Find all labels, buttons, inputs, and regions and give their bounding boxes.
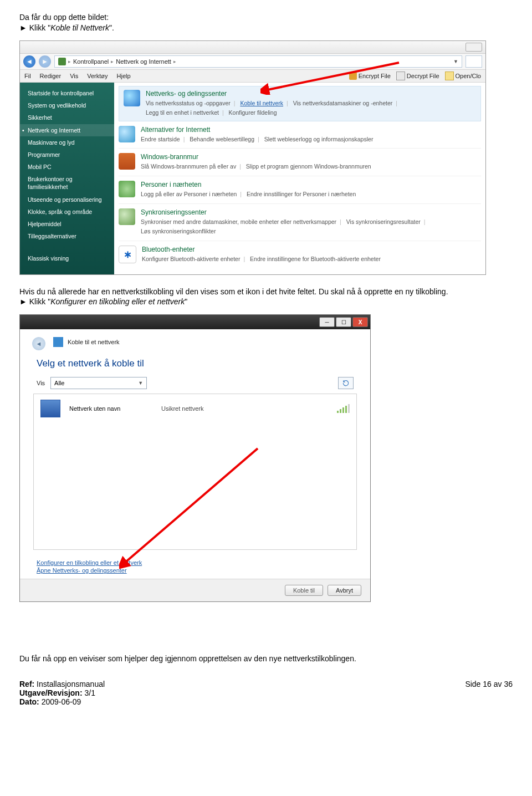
folder-icon [445, 72, 454, 80]
connect-button[interactable]: Koble til [285, 585, 323, 596]
sidebar-item-users[interactable]: Brukerkontoer og familiesikkerhet [20, 173, 114, 193]
sidebar-item-hardware[interactable]: Maskinvare og lyd [20, 136, 114, 149]
wizard-title: Koble til et nettverk [68, 339, 120, 345]
firewall-title[interactable]: Windows-brannmur [141, 153, 481, 161]
screenshot-control-panel: ◄ ► ▸ Kontrollpanel ▸ Nettverk og Intern… [19, 40, 513, 275]
main-content: Nettverks- og delingssenter Vis nettverk… [114, 83, 485, 274]
maximize-button[interactable]: ☐ [336, 317, 351, 327]
control-panel-window: ◄ ► ▸ Kontrollpanel ▸ Nettverk og Intern… [19, 40, 486, 275]
middle-text: Hvis du nå allerede har en nettverkstilk… [19, 287, 513, 306]
network-icon [40, 400, 60, 417]
sidebar-item-additional[interactable]: Tilleggsalternativer [20, 230, 114, 242]
network-center-title[interactable]: Nettverks- og delingssenter [146, 90, 476, 98]
window-titlebar [20, 41, 485, 54]
people-icon [119, 181, 135, 197]
sync-icon [119, 208, 135, 225]
sidebar-item-system[interactable]: System og vedlikehold [20, 99, 114, 111]
open-button[interactable]: Open/Clo [445, 72, 481, 80]
filter-label: Vis [37, 380, 45, 386]
sidebar-item-classic[interactable]: Klassisk visning [20, 252, 114, 264]
forward-button[interactable]: ► [39, 55, 51, 68]
address-bar: ◄ ► ▸ Kontrollpanel ▸ Nettverk og Intern… [20, 54, 485, 70]
refresh-icon [342, 379, 350, 387]
intro-line-1: Da får du opp dette bildet: [19, 13, 513, 22]
sidebar-item-programs[interactable]: Programmer [20, 149, 114, 161]
internet-options-icon [119, 126, 135, 142]
screenshot-wizard: ─ ☐ X ◄ Koble til et nettverk Velg et ne… [19, 314, 513, 602]
internet-options-title[interactable]: Alternativer for Internett [141, 126, 481, 134]
network-list: Nettverk uten navn Usikret nettverk [33, 394, 357, 550]
refresh-button[interactable] [466, 55, 482, 68]
mid-p1: Hvis du nå allerede har en nettverkstilk… [19, 287, 513, 296]
back-button[interactable]: ◄ [23, 55, 35, 68]
sidebar-item-clock[interactable]: Klokke, språk og område [20, 206, 114, 218]
chevron-down-icon: ▼ [138, 380, 143, 386]
sidebar-item-mobilepc[interactable]: Mobil PC [20, 161, 114, 173]
link-add-device[interactable]: Legg til en enhet i nettverket [146, 109, 219, 116]
menu-view[interactable]: Vis [70, 73, 78, 79]
cp-icon [58, 58, 66, 65]
sidebar: Startside for kontrollpanel System og ve… [20, 83, 114, 274]
menu-tools[interactable]: Verktøy [87, 73, 108, 79]
page-number: Side 16 av 36 [465, 680, 513, 688]
filter-select[interactable]: Alle ▼ [50, 377, 147, 389]
bluetooth-icon: ∗ [119, 246, 136, 263]
link-filesharing[interactable]: Konfigurer fildeling [229, 109, 277, 116]
doc-icon [396, 72, 405, 80]
sidebar-item-network[interactable]: Nettverk og Internett [20, 124, 114, 136]
sync-title[interactable]: Synkroniseringssenter [141, 208, 481, 216]
cancel-button[interactable]: Avbryt [328, 585, 361, 596]
intro-text: Da får du opp dette bildet: ► Klikk "Kob… [19, 13, 513, 32]
menu-edit[interactable]: Rediger [40, 73, 62, 79]
intro-line-2: ► Klikk "Koble til Nettverk". [19, 23, 513, 32]
menu-help[interactable]: Hjelp [117, 73, 131, 79]
sidebar-item-ease[interactable]: Hjelpemiddel [20, 218, 114, 230]
network-center-icon [124, 90, 140, 106]
mid-p2: ► Klikk "Konfigurer en tilkobling eller … [19, 297, 513, 306]
sidebar-item-security[interactable]: Sikkerhet [20, 111, 114, 124]
network-item[interactable]: Nettverk uten navn Usikret nettverk [40, 400, 350, 417]
menu-file[interactable]: Fil [24, 73, 31, 79]
wizard-back-button[interactable]: ◄ [32, 337, 45, 350]
network-name: Nettverk uten navn [69, 405, 152, 412]
lock-icon [349, 72, 357, 80]
link-configure-connection[interactable]: Konfigurer en tilkobling eller et nettve… [37, 559, 354, 567]
decrypt-button[interactable]: Decrypt File [396, 72, 439, 80]
wizard-titlebar: ─ ☐ X [20, 315, 370, 329]
sidebar-item-appearance[interactable]: Utseende og personalisering [20, 193, 114, 206]
refresh-button[interactable] [338, 377, 354, 389]
firewall-icon [119, 153, 135, 170]
link-status[interactable]: Vis nettverksstatus og -oppgaver [146, 100, 231, 106]
close-button[interactable]: X [352, 317, 368, 327]
sidebar-item-home[interactable]: Startside for kontrollpanel [20, 87, 114, 99]
wizard-icon [53, 337, 63, 347]
wizard-window: ─ ☐ X ◄ Koble til et nettverk Velg et ne… [19, 314, 371, 602]
bluetooth-title[interactable]: Bluetooth-enheter [142, 246, 481, 253]
page-footer: Side 16 av 36 Ref: Installasjonsmanual U… [19, 680, 513, 706]
wizard-heading: Velg et nettverk å koble til [20, 354, 370, 375]
minimize-button[interactable]: ─ [319, 317, 335, 327]
link-connect-network[interactable]: Koble til nettverk [240, 100, 283, 106]
menu-bar: Fil Rediger Vis Verktøy Hjelp Encrypt Fi… [20, 70, 485, 83]
network-desc: Usikret nettverk [161, 405, 203, 412]
link-open-sharing-center[interactable]: Åpne Nettverks- og delingssenter [37, 567, 354, 574]
people-title[interactable]: Personer i nærheten [141, 181, 481, 188]
link-view-devices[interactable]: Vis nettverksdatamaskiner og -enheter [293, 100, 393, 106]
encrypt-button[interactable]: Encrypt File [349, 72, 391, 80]
wizard-links: Konfigurer en tilkobling eller et nettve… [20, 550, 370, 579]
outro-text: Du får nå opp en veiviser som hjelper de… [19, 654, 513, 663]
signal-icon [337, 404, 350, 413]
breadcrumb[interactable]: ▸ Kontrollpanel ▸ Nettverk og Internett … [54, 55, 462, 68]
minimize-button[interactable] [466, 43, 482, 52]
